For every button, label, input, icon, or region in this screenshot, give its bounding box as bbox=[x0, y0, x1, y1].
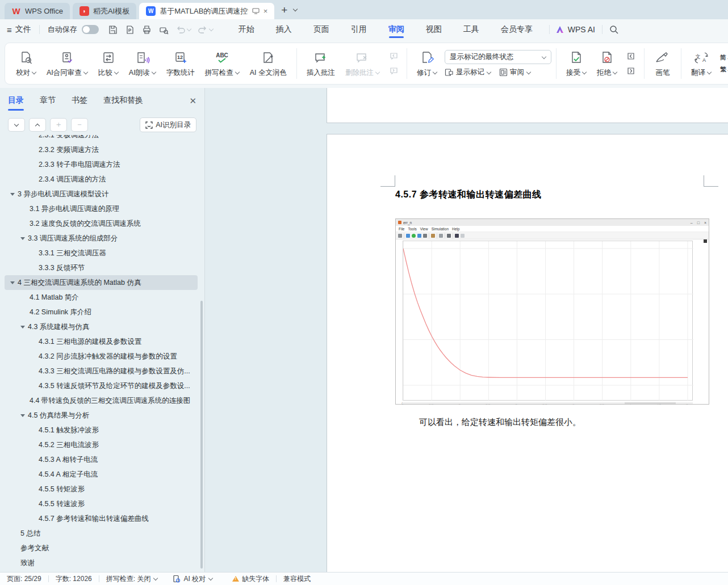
toc-item[interactable]: 4.5.5 转速波形 bbox=[5, 496, 198, 511]
collapse-arrow-icon[interactable] bbox=[20, 414, 25, 417]
ai-proofread-status[interactable]: AI 校对 bbox=[173, 574, 213, 584]
toc-item-selected[interactable]: 4 三相交流调压调速系统的 Matlab 仿真 bbox=[5, 275, 198, 290]
traditional-to-simplified-button[interactable]: 繁→ 转简 bbox=[720, 65, 728, 74]
toc-item[interactable]: 3.2 速度负反馈的交流调压调速系统 bbox=[5, 216, 198, 231]
tab-docer-template[interactable]: ◗ 稻壳AI模板 bbox=[73, 3, 136, 19]
track-changes-button[interactable]: 修订 bbox=[412, 48, 442, 80]
menu-member[interactable]: 会员专享 bbox=[490, 19, 543, 40]
toc-jump-previous-button[interactable] bbox=[29, 118, 46, 132]
toc-item[interactable]: 参考文献 bbox=[5, 541, 198, 555]
collapse-arrow-icon[interactable] bbox=[10, 281, 15, 284]
ai-read-aloud-button[interactable]: AI朗读 bbox=[124, 48, 161, 80]
menu-reference[interactable]: 引用 bbox=[340, 19, 378, 40]
toc-item[interactable]: 3.1 异步电机调压调速的原理 bbox=[5, 201, 198, 216]
toc-item[interactable]: 4.5.7 参考转速和输出转速偏差曲线 bbox=[5, 511, 198, 526]
toc-item[interactable]: 4.3.1 三相电源的建模及参数设置 bbox=[5, 334, 198, 349]
toc-item[interactable]: 3.3 调压调速系统的组成部分 bbox=[5, 231, 198, 246]
proofread-button[interactable]: 校对 bbox=[11, 48, 41, 80]
menu-review[interactable]: 审阅 bbox=[378, 19, 415, 40]
sidebar-tab-bookmarks[interactable]: 书签 bbox=[72, 95, 87, 111]
ai-polish-button[interactable]: AI 全文润色 bbox=[245, 48, 292, 80]
undo-icon[interactable] bbox=[176, 26, 185, 34]
toc-item[interactable]: 4.3.2 同步流脉冲触发器的建模与参数的设置 bbox=[5, 349, 198, 364]
previous-change-button[interactable] bbox=[625, 50, 637, 62]
toc-item[interactable]: 4.4 带转速负反馈的三相交流调压调速系统的连接图 bbox=[5, 393, 198, 408]
toc-item[interactable]: 3.3.1 三相交流调压器 bbox=[5, 246, 198, 260]
toc-item[interactable]: 5 总结 bbox=[5, 526, 198, 541]
toc-item[interactable]: 2.3.3 转子串电阻调速方法 bbox=[5, 157, 198, 172]
missing-font-warning[interactable]: 缺失字体 bbox=[232, 574, 269, 584]
autosave-toggle[interactable] bbox=[82, 25, 99, 34]
toc-item[interactable]: 致谢 bbox=[5, 555, 198, 570]
toc-item[interactable]: 4.3.5 转速反馈环节及给定环节的建模及参数设... bbox=[5, 378, 198, 393]
next-comment-button[interactable] bbox=[387, 65, 400, 77]
toc-item[interactable]: 4.3.3 三相交流调压电路的建模与参数设置及仿... bbox=[5, 364, 198, 378]
toc-item[interactable]: 4.5 仿真结果与分析 bbox=[5, 408, 198, 423]
wps-ai-button[interactable]: WPS AI bbox=[555, 25, 595, 34]
toc-item[interactable]: 4.5.5 转矩波形 bbox=[5, 482, 198, 496]
document-page-previous[interactable] bbox=[327, 88, 728, 123]
review-pane-button[interactable]: 审阅 bbox=[499, 68, 531, 77]
toc-item[interactable]: 4.3 系统建模与仿真 bbox=[5, 319, 198, 334]
menu-page[interactable]: 页面 bbox=[303, 19, 340, 40]
delete-comment-button[interactable]: 删除批注 bbox=[340, 48, 385, 80]
spell-check-status[interactable]: 拼写检查: 关闭 bbox=[106, 574, 158, 584]
sidebar-tab-chapters[interactable]: 章节 bbox=[40, 95, 56, 111]
translate-button[interactable]: 文A 翻译 bbox=[686, 48, 717, 80]
document-page[interactable]: 4.5.7 参考转速和输出转速偏差曲线 err_n – □ × File Too… bbox=[327, 134, 728, 572]
ai-recognize-toc-button[interactable]: AI识别目录 bbox=[140, 117, 196, 132]
toc-item[interactable]: 4.5.3 A 相转子电流 bbox=[5, 452, 198, 467]
tab-wps-office[interactable]: W WPS Office bbox=[5, 3, 70, 19]
new-tab-button[interactable]: + bbox=[281, 5, 287, 15]
toc-item[interactable]: 4.2 Simulink 库介绍 bbox=[5, 305, 198, 319]
toc-item[interactable]: 4.5.1 触发脉冲波形 bbox=[5, 423, 198, 437]
word-count-indicator[interactable]: 字数: 12026 bbox=[56, 574, 92, 584]
sidebar-tab-contents[interactable]: 目录 bbox=[8, 95, 24, 111]
insert-comment-button[interactable]: 插入批注 bbox=[302, 48, 340, 80]
sidebar-scrollbar[interactable] bbox=[200, 301, 203, 569]
page-indicator[interactable]: 页面: 25/29 bbox=[7, 574, 41, 584]
spell-check-button[interactable]: ABC 拼写检查 bbox=[200, 48, 245, 80]
close-tab-icon[interactable]: × bbox=[263, 7, 268, 15]
reject-changes-button[interactable]: 拒绝 bbox=[592, 48, 622, 80]
toc-jump-next-button[interactable] bbox=[8, 118, 25, 132]
collapse-arrow-icon[interactable] bbox=[20, 237, 25, 240]
toc-item[interactable]: 4.5.4 A 相定子电流 bbox=[5, 467, 198, 482]
tab-document-active[interactable]: W 基于MATLAB的调压调速控制 × bbox=[139, 3, 274, 19]
share-screen-icon[interactable] bbox=[252, 8, 260, 14]
toc-item[interactable]: 4.5.2 三相电流波形 bbox=[5, 437, 198, 452]
show-markup-button[interactable]: 显示标记 bbox=[445, 68, 491, 77]
toc-item[interactable]: 2.3.4 调压调速的方法 bbox=[5, 172, 198, 187]
toc-collapse-button[interactable]: － bbox=[71, 118, 88, 132]
compatibility-mode-indicator[interactable]: 兼容模式 bbox=[283, 574, 311, 584]
toc-item[interactable]: 3 异步电机调压调速模型设计 bbox=[5, 187, 198, 201]
toc-item[interactable]: 2.3.2 变频调速方法 bbox=[5, 142, 198, 157]
tab-list-chevron-icon[interactable] bbox=[293, 7, 298, 12]
menu-home[interactable]: 开始 bbox=[228, 19, 265, 40]
ink-pen-button[interactable]: 画笔 bbox=[649, 48, 676, 80]
sidebar-close-icon[interactable]: ✕ bbox=[189, 96, 196, 111]
next-change-button[interactable] bbox=[625, 65, 637, 77]
file-menu-button[interactable]: ≡ 文件 bbox=[7, 24, 31, 35]
print-preview-icon[interactable] bbox=[159, 25, 169, 35]
collapse-arrow-icon[interactable] bbox=[20, 326, 25, 329]
previous-comment-button[interactable] bbox=[387, 50, 400, 62]
matlab-scope-figure[interactable]: err_n – □ × File Tools View Simulation H… bbox=[395, 218, 709, 405]
toc-item[interactable]: 3.3.3 反馈环节 bbox=[5, 260, 198, 275]
sidebar-tab-find-replace[interactable]: 查找和替换 bbox=[103, 95, 143, 111]
markup-state-select[interactable]: 显示标记的最终状态 bbox=[445, 50, 551, 64]
menu-view[interactable]: 视图 bbox=[415, 19, 453, 40]
ai-contract-review-button[interactable]: AI合同审查 bbox=[41, 48, 93, 80]
menu-tools[interactable]: 工具 bbox=[453, 19, 490, 40]
toc-expand-button[interactable]: ＋ bbox=[50, 118, 67, 132]
export-pdf-icon[interactable] bbox=[125, 25, 135, 35]
compare-button[interactable]: 比较 bbox=[93, 48, 124, 80]
scope-horizontal-scrollbar[interactable] bbox=[403, 402, 693, 404]
collapse-arrow-icon[interactable] bbox=[10, 193, 15, 196]
toc-item[interactable]: 2.3.1 变极调速方法 bbox=[5, 135, 198, 142]
undo-chevron-icon[interactable] bbox=[187, 27, 191, 32]
simplified-to-traditional-button[interactable]: 简→ 转繁 bbox=[720, 53, 728, 62]
save-icon[interactable] bbox=[108, 25, 118, 35]
toc-item[interactable]: 4.1 Matlab 简介 bbox=[5, 290, 198, 305]
word-count-button[interactable]: 12 字数统计 bbox=[161, 48, 200, 80]
